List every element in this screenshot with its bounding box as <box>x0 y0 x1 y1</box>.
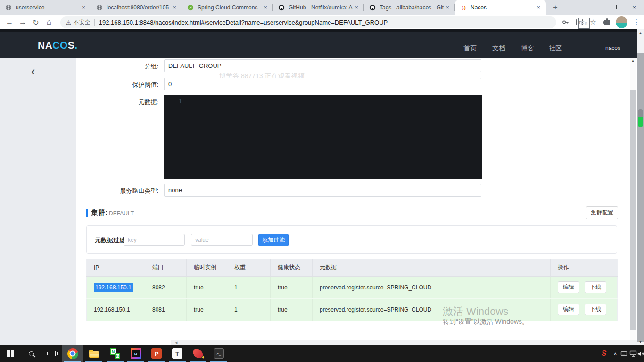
editor-active-line <box>190 107 478 107</box>
start-button[interactable] <box>0 345 21 362</box>
taskbar-remote-app[interactable] <box>188 345 208 362</box>
route-type-input[interactable] <box>164 184 481 197</box>
nacos-logo[interactable]: NACOS. <box>38 40 78 51</box>
password-key-icon[interactable] <box>561 17 570 27</box>
url-text[interactable]: 192.168.150.1:8848/nacos/index.html#/ser… <box>99 19 388 26</box>
tray-volume[interactable] <box>635 345 644 362</box>
tab-close-icon[interactable]: × <box>353 4 360 11</box>
tab-close-icon[interactable]: × <box>444 4 451 11</box>
sidebar: ‹ <box>0 58 76 345</box>
add-filter-button[interactable]: 添加过滤 <box>258 234 289 246</box>
address-bar[interactable]: ⚠ 不安全 192.168.150.1:8848/nacos/index.htm… <box>60 16 556 28</box>
task-view-icon <box>49 351 56 356</box>
extensions-puzzle-icon[interactable] <box>602 17 611 27</box>
col-ip: IP <box>87 259 145 276</box>
tab-github-eureka[interactable]: GitHub - Netflix/eureka: A × <box>273 0 364 15</box>
tab-title: GitHub - Netflix/eureka: A <box>289 4 353 11</box>
tab-nacos-active[interactable]: (-) Nacos × <box>455 0 546 15</box>
maximize-icon <box>612 5 617 9</box>
search-icon <box>29 351 34 356</box>
logged-in-user[interactable]: nacos <box>605 45 620 51</box>
new-tab-button[interactable]: + <box>549 1 562 14</box>
taskbar-notepad-app[interactable]: N B <box>105 345 125 362</box>
taskbar-chrome[interactable] <box>62 345 83 362</box>
typora-icon: T <box>172 348 182 359</box>
cell-ephemeral: true <box>187 298 227 321</box>
task-view-button[interactable] <box>41 345 62 362</box>
taskbar-powerpoint[interactable]: P <box>146 345 167 362</box>
github-icon <box>369 4 376 11</box>
offline-button[interactable]: 下线 <box>585 304 606 315</box>
reload-button[interactable]: ↻ <box>29 16 42 29</box>
language-toggle[interactable]: En <box>578 18 590 29</box>
filter-value-input[interactable] <box>191 234 253 246</box>
tab-github-nacos-tags[interactable]: Tags · alibaba/nacos · GitH × <box>364 0 455 15</box>
scrollbar-thumb[interactable] <box>630 90 636 330</box>
col-port: 端口 <box>145 259 187 276</box>
scrollbar-thumb[interactable] <box>637 53 644 342</box>
scroll-left-icon[interactable]: ◀ <box>175 341 177 345</box>
nav-community[interactable]: 社区 <box>549 44 562 53</box>
metadata-editor[interactable]: 1 <box>164 95 482 179</box>
nacos-favicon: (-) <box>460 4 467 11</box>
remote-app-icon <box>193 348 204 359</box>
taskbar-search-button[interactable] <box>21 345 41 362</box>
taskbar-intellij[interactable]: IJ <box>125 345 146 362</box>
tab-title: Nacos <box>471 4 535 11</box>
maximize-button[interactable] <box>604 0 624 14</box>
forward-button[interactable]: → <box>16 16 29 29</box>
close-button[interactable]: × <box>624 0 644 14</box>
minimize-button[interactable]: – <box>585 0 604 14</box>
tab-title: localhost:8080/order/105 <box>107 4 171 11</box>
profile-avatar[interactable] <box>616 16 627 28</box>
tab-order[interactable]: localhost:8080/order/105 × <box>91 0 182 15</box>
cell-actions: 编辑 下线 <box>551 298 618 321</box>
tab-close-icon[interactable]: × <box>171 4 178 11</box>
home-button[interactable]: ⌂ <box>42 16 56 29</box>
tab-userservice[interactable]: userservice × <box>0 0 91 15</box>
bookmark-star-icon[interactable]: ☆ <box>588 17 598 27</box>
edit-button[interactable]: 编辑 <box>558 281 579 293</box>
cell-metadata: preserved.register.source=SPRING_CLOUD <box>313 298 551 321</box>
nav-blog[interactable]: 博客 <box>521 44 534 53</box>
col-ephemeral: 临时实例 <box>187 259 227 276</box>
chrome-icon <box>67 348 78 359</box>
screen: userservice × localhost:8080/order/105 ×… <box>0 0 644 362</box>
browser-menu-icon[interactable]: ⋮ <box>632 17 641 27</box>
scroll-up-icon[interactable]: ▲ <box>637 31 644 34</box>
taskbar-file-explorer[interactable] <box>83 345 104 362</box>
scroll-up-icon[interactable]: ▲ <box>630 59 636 62</box>
browser-vertical-scrollbar[interactable]: ▲ ▼ <box>637 29 644 345</box>
page-vertical-scrollbar[interactable]: ▲ ▼ <box>630 58 636 345</box>
cell-ephemeral: true <box>187 276 227 298</box>
sidebar-collapse-icon[interactable]: ‹ <box>31 64 35 79</box>
tab-close-icon[interactable]: × <box>80 4 87 11</box>
cell-actions: 编辑 下线 <box>551 276 618 298</box>
cell-ip: 192.168.150.1 <box>87 276 145 298</box>
security-label[interactable]: 不安全 <box>74 18 91 26</box>
taskbar-terminal[interactable]: >_ <box>208 345 229 362</box>
threshold-input[interactable] <box>164 78 481 90</box>
scroll-down-icon[interactable]: ▼ <box>637 340 644 344</box>
scrollbar-green-marker <box>638 109 643 127</box>
offline-button[interactable]: 下线 <box>585 281 606 293</box>
tray-sogou[interactable]: S <box>599 345 609 362</box>
section-divider <box>76 203 637 203</box>
globe-icon <box>5 4 12 11</box>
tab-close-icon[interactable]: × <box>535 4 542 11</box>
nav-docs[interactable]: 文档 <box>492 44 505 53</box>
edit-button[interactable]: 编辑 <box>558 304 579 315</box>
filter-key-input[interactable] <box>124 234 185 246</box>
back-button[interactable]: ← <box>3 16 16 29</box>
browser-tabstrip: userservice × localhost:8080/order/105 ×… <box>0 0 644 15</box>
cluster-config-button[interactable]: 集群配置 <box>586 206 618 219</box>
horizontal-scrollbar[interactable]: ◀ <box>171 340 637 345</box>
tab-spring-cloud[interactable]: Spring Cloud Commons × <box>182 0 273 15</box>
cell-weight: 1 <box>227 276 271 298</box>
windows-taskbar: N B IJ P T >_ S ∧ <box>0 345 644 362</box>
group-input[interactable] <box>164 59 481 72</box>
nav-home[interactable]: 首页 <box>463 44 477 53</box>
metadata-filter-card: 元数据过滤 添加过滤 <box>86 225 617 254</box>
tab-close-icon[interactable]: × <box>262 4 269 11</box>
taskbar-typora[interactable]: T <box>167 345 188 362</box>
